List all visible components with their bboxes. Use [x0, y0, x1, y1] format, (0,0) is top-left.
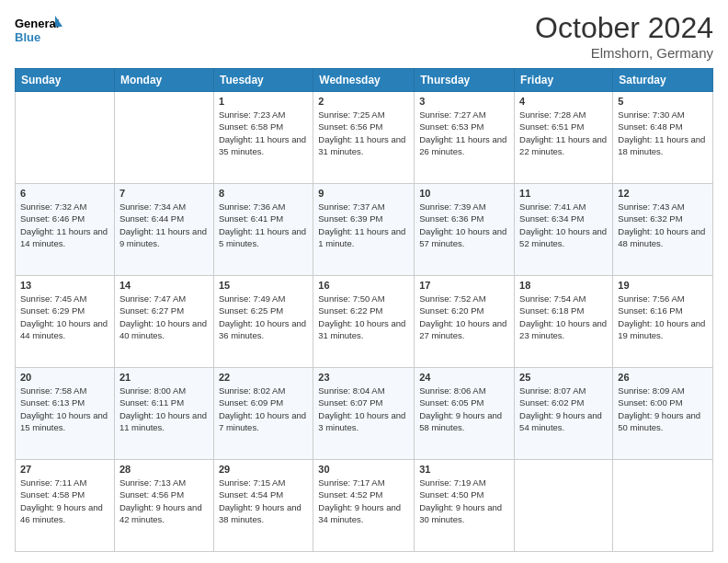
cell-info: Sunrise: 7:56 AM Sunset: 6:16 PM Dayligh…: [618, 293, 708, 341]
cell-info: Sunrise: 7:49 AM Sunset: 6:25 PM Dayligh…: [219, 293, 308, 341]
cell-info: Sunrise: 7:32 AM Sunset: 6:46 PM Dayligh…: [20, 201, 109, 249]
cell-info: Sunrise: 7:25 AM Sunset: 6:56 PM Dayligh…: [318, 109, 409, 157]
header: General Blue October 2024 Elmshorn, Germ…: [15, 11, 713, 61]
day-number: 14: [119, 280, 209, 291]
day-number: 28: [119, 464, 209, 475]
location: Elmshorn, Germany: [535, 45, 713, 61]
calendar-cell: [613, 460, 713, 552]
col-sunday: Sunday: [16, 69, 115, 92]
cell-info: Sunrise: 7:54 AM Sunset: 6:18 PM Dayligh…: [519, 293, 608, 341]
cell-info: Sunrise: 7:27 AM Sunset: 6:53 PM Dayligh…: [419, 109, 509, 157]
calendar-cell: 7Sunrise: 7:34 AM Sunset: 6:44 PM Daylig…: [114, 184, 213, 276]
day-number: 9: [318, 188, 409, 199]
week-row-4: 27Sunrise: 7:11 AM Sunset: 4:58 PM Dayli…: [16, 460, 713, 552]
day-number: 5: [618, 96, 708, 107]
day-number: 6: [20, 188, 109, 199]
calendar-cell: 22Sunrise: 8:02 AM Sunset: 6:09 PM Dayli…: [213, 368, 313, 460]
day-header-row: Sunday Monday Tuesday Wednesday Thursday…: [16, 69, 713, 92]
calendar-cell: 2Sunrise: 7:25 AM Sunset: 6:56 PM Daylig…: [313, 92, 415, 184]
day-number: 19: [618, 280, 708, 291]
cell-info: Sunrise: 8:07 AM Sunset: 6:02 PM Dayligh…: [519, 385, 608, 433]
cell-info: Sunrise: 7:13 AM Sunset: 4:56 PM Dayligh…: [119, 477, 209, 525]
day-number: 15: [219, 280, 308, 291]
day-number: 13: [20, 280, 109, 291]
cell-info: Sunrise: 7:34 AM Sunset: 6:44 PM Dayligh…: [119, 201, 209, 249]
day-number: 8: [219, 188, 308, 199]
day-number: 26: [618, 372, 708, 383]
calendar-cell: 13Sunrise: 7:45 AM Sunset: 6:29 PM Dayli…: [16, 276, 115, 368]
calendar-table: Sunday Monday Tuesday Wednesday Thursday…: [15, 68, 713, 552]
calendar-cell: 4Sunrise: 7:28 AM Sunset: 6:51 PM Daylig…: [515, 92, 613, 184]
week-row-1: 6Sunrise: 7:32 AM Sunset: 6:46 PM Daylig…: [16, 184, 713, 276]
cell-info: Sunrise: 7:50 AM Sunset: 6:22 PM Dayligh…: [318, 293, 409, 341]
day-number: 10: [419, 188, 509, 199]
calendar-cell: 16Sunrise: 7:50 AM Sunset: 6:22 PM Dayli…: [313, 276, 415, 368]
calendar-cell: 12Sunrise: 7:43 AM Sunset: 6:32 PM Dayli…: [613, 184, 713, 276]
cell-info: Sunrise: 7:41 AM Sunset: 6:34 PM Dayligh…: [519, 201, 608, 249]
cell-info: Sunrise: 7:36 AM Sunset: 6:41 PM Dayligh…: [219, 201, 308, 249]
day-number: 23: [318, 372, 409, 383]
week-row-0: 1Sunrise: 7:23 AM Sunset: 6:58 PM Daylig…: [16, 92, 713, 184]
calendar-cell: 19Sunrise: 7:56 AM Sunset: 6:16 PM Dayli…: [613, 276, 713, 368]
day-number: 3: [419, 96, 509, 107]
day-number: 7: [119, 188, 209, 199]
calendar-cell: 14Sunrise: 7:47 AM Sunset: 6:27 PM Dayli…: [114, 276, 213, 368]
cell-info: Sunrise: 8:04 AM Sunset: 6:07 PM Dayligh…: [318, 385, 409, 433]
day-number: 27: [20, 464, 109, 475]
day-number: 25: [519, 372, 608, 383]
calendar-cell: 25Sunrise: 8:07 AM Sunset: 6:02 PM Dayli…: [515, 368, 613, 460]
logo: General Blue: [15, 11, 63, 48]
calendar-cell: 3Sunrise: 7:27 AM Sunset: 6:53 PM Daylig…: [415, 92, 515, 184]
day-number: 4: [519, 96, 608, 107]
cell-info: Sunrise: 8:00 AM Sunset: 6:11 PM Dayligh…: [119, 385, 209, 433]
day-number: 18: [519, 280, 608, 291]
calendar-cell: 17Sunrise: 7:52 AM Sunset: 6:20 PM Dayli…: [415, 276, 515, 368]
calendar-cell: 1Sunrise: 7:23 AM Sunset: 6:58 PM Daylig…: [213, 92, 313, 184]
month-title: October 2024: [535, 11, 713, 45]
col-tuesday: Tuesday: [213, 69, 313, 92]
calendar-cell: 23Sunrise: 8:04 AM Sunset: 6:07 PM Dayli…: [313, 368, 415, 460]
week-row-2: 13Sunrise: 7:45 AM Sunset: 6:29 PM Dayli…: [16, 276, 713, 368]
calendar-cell: 6Sunrise: 7:32 AM Sunset: 6:46 PM Daylig…: [16, 184, 115, 276]
cell-info: Sunrise: 7:37 AM Sunset: 6:39 PM Dayligh…: [318, 201, 409, 249]
cell-info: Sunrise: 7:43 AM Sunset: 6:32 PM Dayligh…: [618, 201, 708, 249]
day-number: 30: [318, 464, 409, 475]
day-number: 17: [419, 280, 509, 291]
calendar-cell: 21Sunrise: 8:00 AM Sunset: 6:11 PM Dayli…: [114, 368, 213, 460]
day-number: 20: [20, 372, 109, 383]
day-number: 2: [318, 96, 409, 107]
cell-info: Sunrise: 7:19 AM Sunset: 4:50 PM Dayligh…: [419, 477, 509, 525]
svg-text:Blue: Blue: [15, 30, 40, 44]
calendar-cell: 31Sunrise: 7:19 AM Sunset: 4:50 PM Dayli…: [415, 460, 515, 552]
calendar-cell: [114, 92, 213, 184]
cell-info: Sunrise: 8:06 AM Sunset: 6:05 PM Dayligh…: [419, 385, 509, 433]
cell-info: Sunrise: 7:15 AM Sunset: 4:54 PM Dayligh…: [219, 477, 308, 525]
calendar-cell: 30Sunrise: 7:17 AM Sunset: 4:52 PM Dayli…: [313, 460, 415, 552]
day-number: 12: [618, 188, 708, 199]
day-number: 21: [119, 372, 209, 383]
cell-info: Sunrise: 7:23 AM Sunset: 6:58 PM Dayligh…: [219, 109, 308, 157]
calendar-cell: 11Sunrise: 7:41 AM Sunset: 6:34 PM Dayli…: [515, 184, 613, 276]
day-number: 11: [519, 188, 608, 199]
day-number: 31: [419, 464, 509, 475]
cell-info: Sunrise: 7:39 AM Sunset: 6:36 PM Dayligh…: [419, 201, 509, 249]
title-block: October 2024 Elmshorn, Germany: [535, 11, 713, 61]
col-monday: Monday: [114, 69, 213, 92]
col-friday: Friday: [515, 69, 613, 92]
calendar-cell: 5Sunrise: 7:30 AM Sunset: 6:48 PM Daylig…: [613, 92, 713, 184]
calendar-cell: 18Sunrise: 7:54 AM Sunset: 6:18 PM Dayli…: [515, 276, 613, 368]
day-number: 16: [318, 280, 409, 291]
col-thursday: Thursday: [415, 69, 515, 92]
col-saturday: Saturday: [613, 69, 713, 92]
day-number: 29: [219, 464, 308, 475]
cell-info: Sunrise: 7:45 AM Sunset: 6:29 PM Dayligh…: [20, 293, 109, 341]
cell-info: Sunrise: 7:30 AM Sunset: 6:48 PM Dayligh…: [618, 109, 708, 157]
logo-svg: General Blue: [15, 11, 63, 48]
calendar-cell: 28Sunrise: 7:13 AM Sunset: 4:56 PM Dayli…: [114, 460, 213, 552]
cell-info: Sunrise: 8:02 AM Sunset: 6:09 PM Dayligh…: [219, 385, 308, 433]
calendar-cell: [515, 460, 613, 552]
cell-info: Sunrise: 7:58 AM Sunset: 6:13 PM Dayligh…: [20, 385, 109, 433]
cell-info: Sunrise: 8:09 AM Sunset: 6:00 PM Dayligh…: [618, 385, 708, 433]
cell-info: Sunrise: 7:11 AM Sunset: 4:58 PM Dayligh…: [20, 477, 109, 525]
calendar-body: 1Sunrise: 7:23 AM Sunset: 6:58 PM Daylig…: [16, 92, 713, 552]
